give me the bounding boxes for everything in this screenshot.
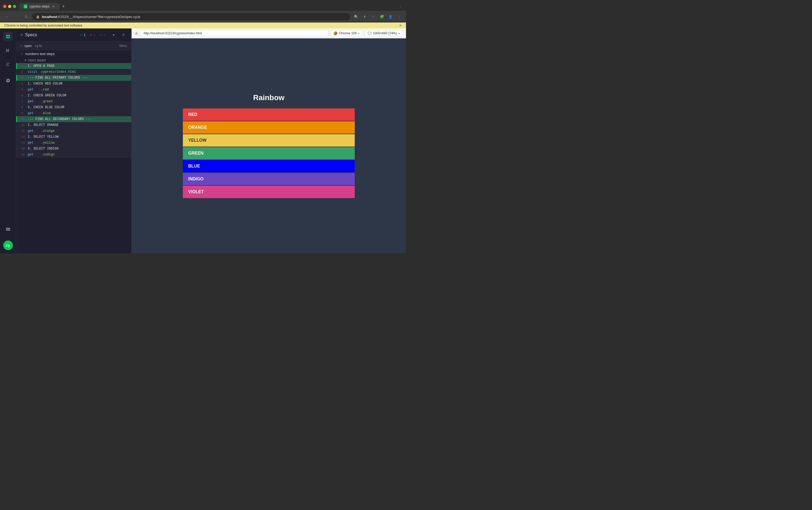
step-selector: .green — [41, 99, 53, 103]
svg-rect-4 — [6, 49, 7, 52]
browser-badge[interactable]: Chrome 109 ▾ — [330, 30, 362, 36]
sidebar-item-dashboard[interactable] — [3, 32, 13, 41]
step-text: 2. SELECT YELLOW — [28, 135, 59, 139]
back-btn[interactable]: ← — [3, 13, 11, 21]
step-keyword: get — [28, 153, 41, 156]
chrome-icon — [334, 31, 337, 35]
minimize-window-btn[interactable] — [8, 5, 11, 8]
pending-badge: ○ -- — [100, 33, 106, 37]
test-step-7[interactable]: 7 get .green — [16, 98, 131, 104]
sidebar-item-keyboard[interactable] — [3, 224, 13, 234]
svg-rect-6 — [8, 49, 8, 52]
test-step-14[interactable]: 14 get .yellow — [16, 140, 131, 146]
automation-close-btn[interactable]: ✕ — [399, 24, 402, 27]
svg-rect-0 — [6, 35, 8, 36]
spec-file-row[interactable]: □ spec .cy.ts 58ms — [16, 41, 131, 50]
rainbow-app: Rainbow RED ORANGE YELLOW GREEN BLUE IND… — [183, 93, 355, 199]
test-step-8[interactable]: 8 3. CHECK BLUE COLOR — [16, 104, 131, 110]
svg-rect-5 — [7, 50, 8, 52]
step-num: 2 — [21, 70, 28, 73]
close-window-btn[interactable] — [3, 5, 6, 8]
sidebar-item-settings[interactable] — [3, 76, 13, 85]
maximize-window-btn[interactable] — [13, 5, 16, 8]
step-text: --- FIND ALL SECONDARY COLORS --- — [28, 117, 92, 121]
step-text: 3. SELECT INDIGO — [28, 147, 59, 151]
rainbow-bar-red: RED — [183, 109, 355, 121]
test-step-2[interactable]: 2 visit cypress/index.html — [16, 69, 131, 75]
preview-url-text: http://localhost:61523/cypress/index.htm… — [144, 31, 202, 35]
address-text: localhost:61523/__/#/specs/runner?file=c… — [42, 15, 140, 19]
test-step-16[interactable]: 16 get .indigo — [16, 152, 131, 157]
step-num: 5 — [21, 88, 28, 91]
step-num: 11 — [21, 123, 28, 127]
test-step-13[interactable]: 13 2. SELECT YELLOW — [16, 134, 131, 140]
sidebar-item-list[interactable] — [3, 60, 13, 69]
zoom-icon[interactable]: 🔍 — [352, 13, 360, 21]
step-selector: .orange — [41, 129, 55, 133]
step-text: --- FIND ALL PRIMARY COLORS --- — [28, 76, 88, 80]
cypress-app: cy ≡ Specs ✓ 1 × -- ○ -- — [0, 28, 132, 253]
step-keyword: get — [28, 129, 41, 133]
step-num: 15 — [21, 147, 28, 150]
step-selector: .yellow — [41, 141, 55, 145]
dropdown-btn[interactable]: ▾ — [110, 31, 117, 39]
test-step-1[interactable]: 1 1. OPEN A PAGE — [16, 63, 131, 69]
test-step-5[interactable]: 5 get .red — [16, 87, 131, 93]
test-step-4[interactable]: 4 1. CHECK RED COLOR — [16, 81, 131, 87]
step-selector: .indigo — [41, 153, 55, 156]
collapse-icon: ▾ — [25, 59, 27, 62]
step-selector: .red — [41, 88, 49, 92]
reload-btn[interactable]: ↺ — [119, 31, 127, 39]
test-step-6[interactable]: 6 2. CHECK GREEN COLOR — [16, 93, 131, 98]
test-step-3[interactable]: 3 --- FIND ALL PRIMARY COLORS --- — [16, 75, 131, 81]
step-keyword: get — [28, 99, 41, 103]
browser-label: Chrome 109 — [339, 31, 356, 35]
forward-btn[interactable]: → — [13, 13, 21, 21]
preview-content: Rainbow RED ORANGE YELLOW GREEN BLUE IND… — [132, 38, 406, 253]
spec-name: □ spec .cy.ts — [21, 44, 42, 48]
test-name: numbers test steps — [25, 52, 55, 56]
test-step-11[interactable]: 11 1. SELECT ORANGE — [16, 122, 131, 128]
test-step-15[interactable]: 15 3. SELECT INDIGO — [16, 146, 131, 152]
tab-bar: cy cypress-steps ✕ + ⋮ — [0, 0, 406, 11]
rainbow-title: Rainbow — [183, 93, 355, 102]
automation-warning-text: Chrome is being controlled by automated … — [4, 24, 83, 27]
step-num: 3 — [21, 76, 28, 80]
address-bar[interactable]: 🔒 localhost:61523/__/#/specs/runner?file… — [32, 13, 350, 21]
step-keyword: get — [28, 111, 41, 115]
step-keyword: get — [28, 141, 41, 145]
step-num: 10 — [21, 118, 28, 121]
bookmark-icon[interactable]: ☆ — [370, 13, 377, 21]
spec-file-name: spec — [24, 44, 32, 48]
step-num: 16 — [21, 153, 28, 156]
test-step-10[interactable]: 10 --- FIND ALL SECONDARY COLORS --- — [16, 116, 131, 122]
viewport-icon — [368, 31, 371, 35]
pending-circle: ○ — [100, 33, 102, 37]
browser-chevron: ▾ — [358, 32, 359, 35]
svg-rect-1 — [8, 35, 10, 36]
viewport-chevron: ▾ — [399, 32, 400, 35]
tab-close-btn[interactable]: ✕ — [52, 5, 55, 8]
browser-chrome: cy cypress-steps ✕ + ⋮ ← → ↻ 🔒 localhost… — [0, 0, 406, 28]
pending-count: -- — [104, 33, 106, 37]
new-tab-btn[interactable]: + — [60, 3, 67, 10]
preview-url-bar[interactable]: http://localhost:61523/cypress/index.htm… — [140, 30, 328, 36]
profile-icon[interactable]: 👤 — [387, 13, 394, 21]
step-num: 6 — [21, 94, 28, 97]
test-suite-header[interactable]: ✓ numbers test steps — [16, 50, 131, 57]
step-text: 1. SELECT ORANGE — [28, 123, 59, 127]
more-icon[interactable]: ⋮ — [395, 13, 403, 21]
extension-icon[interactable]: 🧩 — [378, 13, 385, 21]
svg-rect-9 — [6, 65, 9, 66]
browser-tab-active[interactable]: cy cypress-steps ✕ — [19, 3, 60, 10]
refresh-btn[interactable]: ↻ — [23, 13, 30, 21]
tab-title: cypress-steps — [30, 5, 50, 8]
tab-strip-controls[interactable]: ⋮ — [399, 4, 403, 8]
share-icon[interactable]: ⬆ — [361, 13, 369, 21]
viewport-badge[interactable]: 1000×660 (74%) ▾ — [365, 30, 403, 36]
test-step-9[interactable]: 9 get .blue — [16, 110, 131, 116]
sidebar-item-run[interactable] — [3, 46, 13, 55]
rainbow-bar-violet: VIOLET — [183, 186, 355, 198]
rainbow-bar-green: GREEN — [183, 147, 355, 159]
test-step-12[interactable]: 12 get .orange — [16, 128, 131, 134]
